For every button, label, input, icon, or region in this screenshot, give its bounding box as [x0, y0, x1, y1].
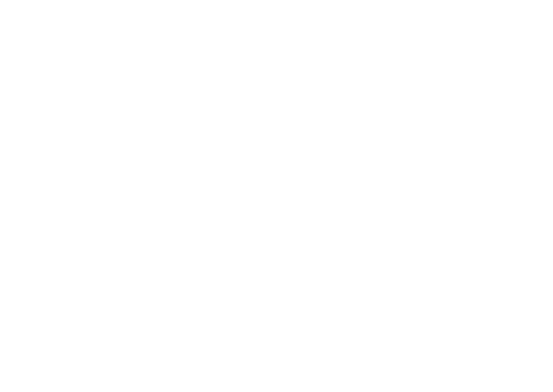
- connector-lines: [0, 0, 553, 3]
